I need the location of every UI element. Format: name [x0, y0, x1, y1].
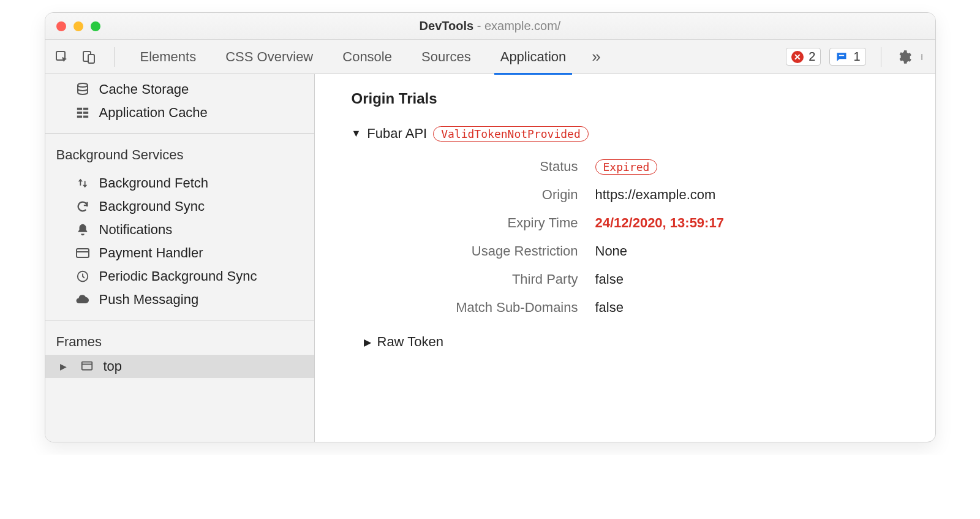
svg-point-5 [921, 56, 922, 57]
window-title: DevTools - example.com/ [45, 19, 935, 33]
sidebar-heading-bg-services: Background Services [45, 138, 314, 168]
sidebar-label: Cache Storage [99, 81, 189, 97]
sidebar-item-frame-top[interactable]: ▶ top [45, 355, 314, 378]
error-count: 2 [809, 50, 815, 64]
toolbar-separator-right [881, 47, 881, 67]
sidebar-label: Background Fetch [99, 175, 209, 191]
more-tabs-icon[interactable]: » [592, 47, 600, 66]
inspected-target: example.com/ [484, 19, 561, 32]
usage-value: None [595, 243, 911, 259]
expand-triangle-icon[interactable]: ▶ [60, 362, 67, 371]
sidebar-item-notifications[interactable]: Notifications [45, 218, 314, 241]
svg-point-7 [78, 83, 88, 87]
sidebar-item-background-sync[interactable]: Background Sync [45, 195, 314, 218]
error-icon: ✕ [791, 51, 804, 63]
app-name: DevTools [420, 19, 474, 32]
sidebar-label: Application Cache [99, 105, 208, 121]
status-label: Status [394, 159, 578, 175]
main-content: Origin Trials ▼ Fubar API ValidTokenNotP… [315, 74, 935, 442]
section-title-origin-trials: Origin Trials [352, 90, 911, 107]
subdomains-label: Match Sub-Domains [394, 300, 578, 316]
inspect-element-icon[interactable] [54, 49, 70, 65]
tab-application[interactable]: Application [498, 40, 569, 74]
sidebar-item-application-cache[interactable]: Application Cache [45, 101, 314, 124]
sidebar-label: Push Messaging [99, 292, 199, 308]
sidebar-heading-frames: Frames [45, 325, 314, 355]
grid-icon [75, 105, 91, 121]
toolbar-separator [114, 47, 115, 67]
subdomains-value: false [595, 300, 911, 316]
more-options-icon[interactable] [921, 49, 927, 65]
main-toolbar: Elements CSS Overview Console Sources Ap… [45, 40, 935, 74]
clock-icon [75, 268, 91, 284]
message-count: 1 [853, 50, 860, 64]
application-sidebar: Cache Storage Application Cache Backgrou… [45, 74, 315, 442]
up-down-arrows-icon [75, 175, 91, 191]
usage-label: Usage Restriction [394, 243, 578, 259]
expand-triangle-right-icon[interactable]: ▶ [364, 336, 371, 348]
raw-token-label: Raw Token [377, 334, 443, 350]
svg-rect-13 [83, 116, 88, 118]
frame-icon [79, 358, 95, 374]
status-pill: Expired [595, 159, 658, 175]
token-status-pill: ValidTokenNotProvided [433, 126, 589, 142]
origin-value: https://example.com [595, 187, 911, 203]
panel-body: Cache Storage Application Cache Backgrou… [45, 74, 935, 442]
tab-sources[interactable]: Sources [419, 40, 473, 74]
svg-rect-8 [77, 108, 81, 110]
sidebar-label: Notifications [99, 222, 173, 238]
svg-point-6 [921, 58, 922, 59]
svg-point-4 [921, 54, 922, 55]
svg-rect-3 [839, 55, 844, 56]
message-count-badge[interactable]: 1 [829, 48, 865, 66]
svg-rect-12 [77, 116, 81, 118]
devtools-window: DevTools - example.com/ Elements CSS Ove… [45, 12, 936, 442]
svg-rect-9 [83, 108, 88, 110]
sidebar-label: Periodic Background Sync [99, 268, 257, 284]
raw-token-row[interactable]: ▶ Raw Token [364, 334, 911, 350]
expiry-value: 24/12/2020, 13:59:17 [595, 215, 911, 231]
origin-trial-name: Fubar API [367, 126, 427, 142]
sidebar-divider [45, 133, 314, 134]
sidebar-item-push-messaging[interactable]: Push Messaging [45, 288, 314, 311]
sidebar-item-payment-handler[interactable]: Payment Handler [45, 241, 314, 265]
tab-elements[interactable]: Elements [138, 40, 199, 74]
sidebar-divider [45, 320, 314, 320]
error-count-badge[interactable]: ✕ 2 [786, 48, 821, 66]
title-sep: - [473, 19, 484, 32]
panel-tabs: Elements CSS Overview Console Sources Ap… [138, 40, 569, 74]
tab-css-overview[interactable]: CSS Overview [223, 40, 315, 74]
cloud-icon [75, 292, 91, 308]
svg-rect-2 [88, 55, 94, 63]
origin-trial-details: Status Expired Origin https://example.co… [394, 159, 911, 316]
titlebar: DevTools - example.com/ [45, 13, 935, 40]
sidebar-group-bg-services: Background Fetch Background Sync Notific… [45, 168, 314, 315]
sidebar-group-cache: Cache Storage Application Cache [45, 74, 314, 128]
sidebar-label: Background Sync [99, 199, 205, 214]
sidebar-item-cache-storage[interactable]: Cache Storage [45, 78, 314, 101]
origin-label: Origin [394, 187, 578, 203]
message-icon [835, 51, 848, 63]
settings-icon[interactable] [896, 49, 912, 65]
sidebar-label: top [104, 358, 123, 374]
toolbar-right: ✕ 2 1 [786, 47, 926, 67]
origin-trial-row[interactable]: ▼ Fubar API ValidTokenNotProvided [352, 126, 911, 142]
database-icon [75, 81, 91, 97]
status-value: Expired [595, 159, 911, 175]
svg-rect-14 [77, 249, 89, 257]
thirdparty-value: false [595, 271, 911, 287]
tab-console[interactable]: Console [340, 40, 394, 74]
sync-icon [75, 199, 91, 214]
bell-icon [75, 222, 91, 238]
device-toolbar-icon[interactable] [81, 49, 97, 65]
sidebar-item-periodic-background-sync[interactable]: Periodic Background Sync [45, 265, 314, 288]
svg-rect-11 [83, 112, 88, 114]
svg-rect-10 [77, 112, 81, 114]
expand-triangle-down-icon[interactable]: ▼ [352, 128, 361, 139]
thirdparty-label: Third Party [394, 271, 578, 287]
credit-card-icon [75, 245, 91, 261]
toolbar-left [54, 47, 121, 67]
sidebar-item-background-fetch[interactable]: Background Fetch [45, 172, 314, 195]
svg-rect-17 [81, 362, 92, 370]
sidebar-label: Payment Handler [99, 245, 203, 261]
